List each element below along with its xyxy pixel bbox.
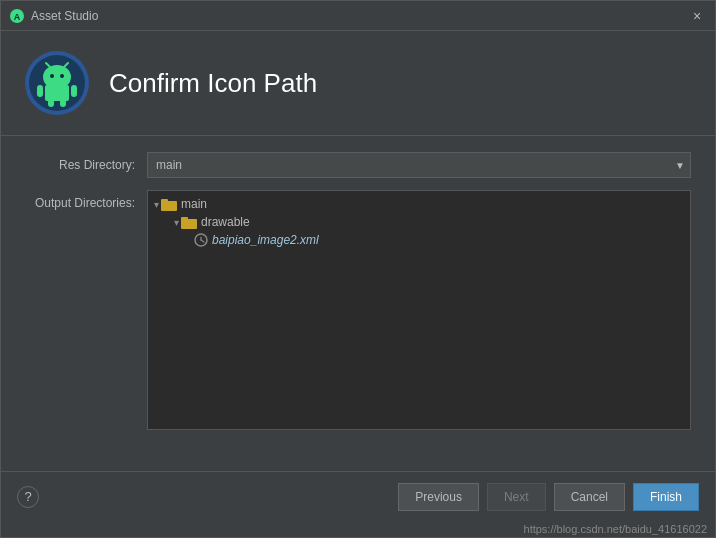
footer: ? Previous Next Cancel Finish [1, 471, 715, 521]
clock-icon [194, 233, 208, 247]
tree-node-file[interactable]: baipiao_image2.xml [148, 231, 690, 249]
svg-text:A: A [14, 12, 21, 22]
svg-rect-9 [37, 85, 43, 97]
tree-node-file-label: baipiao_image2.xml [212, 233, 319, 247]
res-directory-select[interactable]: main [147, 152, 691, 178]
chevron-down-icon: ▾ [154, 199, 159, 210]
app-icon [25, 51, 89, 115]
content-area: Res Directory: main ▼ Output Directories… [1, 136, 715, 471]
tree-node-main[interactable]: ▾ main [148, 195, 690, 213]
app-icon-small: A [9, 8, 25, 24]
tree-node-drawable-label: drawable [201, 215, 250, 229]
header-section: Confirm Icon Path [1, 31, 715, 136]
svg-rect-16 [181, 217, 188, 221]
svg-point-7 [60, 74, 64, 78]
res-directory-row: Res Directory: main ▼ [25, 152, 691, 178]
titlebar-left: A Asset Studio [9, 8, 98, 24]
window-title: Asset Studio [31, 9, 98, 23]
titlebar: A Asset Studio × [1, 1, 715, 31]
footer-right: Previous Next Cancel Finish [398, 483, 699, 511]
svg-rect-8 [45, 85, 69, 101]
tree-node-main-label: main [181, 197, 207, 211]
res-directory-label: Res Directory: [25, 158, 135, 172]
url-bar: https://blog.csdn.net/baidu_41616022 [1, 521, 715, 537]
output-directories-row: Output Directories: ▾ main ▾ [25, 190, 691, 430]
res-directory-dropdown-container: main ▼ [147, 152, 691, 178]
svg-line-19 [201, 240, 204, 242]
folder-icon-drawable [181, 216, 197, 229]
svg-rect-14 [161, 199, 168, 203]
next-button[interactable]: Next [487, 483, 546, 511]
help-button[interactable]: ? [17, 486, 39, 508]
cancel-button[interactable]: Cancel [554, 483, 625, 511]
close-button[interactable]: × [687, 6, 707, 26]
folder-icon-main [161, 198, 177, 211]
svg-rect-11 [48, 99, 54, 107]
page-title: Confirm Icon Path [109, 68, 317, 99]
svg-point-6 [50, 74, 54, 78]
svg-rect-10 [71, 85, 77, 97]
tree-node-drawable[interactable]: ▾ drawable [148, 213, 690, 231]
previous-button[interactable]: Previous [398, 483, 479, 511]
file-tree: ▾ main ▾ drawable [147, 190, 691, 430]
finish-button[interactable]: Finish [633, 483, 699, 511]
output-directories-label: Output Directories: [25, 190, 135, 210]
svg-rect-12 [60, 99, 66, 107]
android-icon-svg [29, 55, 85, 111]
chevron-down-icon-2: ▾ [174, 217, 179, 228]
footer-left: ? [17, 486, 39, 508]
asset-studio-window: A Asset Studio × [0, 0, 716, 538]
